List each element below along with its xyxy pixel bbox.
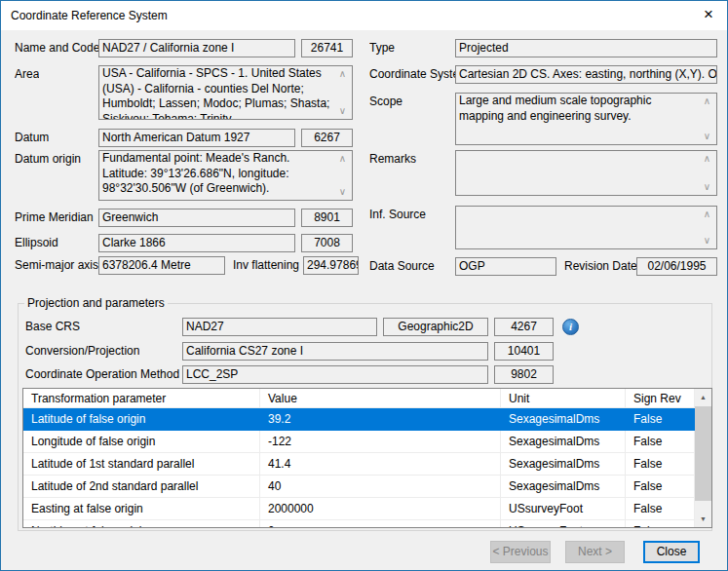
table-cell-parameter: Longitude of false origin — [23, 431, 260, 453]
geographic2d-button[interactable]: Geographic2D — [383, 318, 488, 336]
table-header-row: Transformation parameter Value Unit Sign… — [23, 389, 711, 408]
table-cell-value: 40 — [260, 476, 501, 498]
conversion-label: Conversion/Projection — [25, 342, 139, 361]
table-scrollbar[interactable]: ▲ ▼ — [695, 389, 711, 527]
semi-major-axis-label: Semi-major axis — [15, 256, 98, 275]
table-row[interactable]: Latitude of false origin39.2SexagesimalD… — [23, 408, 711, 431]
datum-label: Datum — [15, 129, 49, 147]
info-icon[interactable]: i — [562, 319, 579, 335]
scroll-down-icon[interactable]: ∨ — [700, 131, 714, 142]
scope-textarea[interactable]: Large and medium scale topographic mappi… — [455, 93, 717, 145]
scrollbar-up-icon[interactable]: ▲ — [695, 389, 711, 405]
table-cell-sign_rev: False — [626, 520, 695, 528]
table-cell-value: -122 — [260, 431, 501, 453]
window-title: Coordinate Reference System — [11, 1, 168, 30]
table-header-value[interactable]: Value — [260, 389, 501, 408]
table-body: Latitude of false origin39.2SexagesimalD… — [23, 408, 711, 528]
remarks-textarea[interactable]: ∧ ∨ — [455, 150, 717, 196]
scroll-up-icon[interactable]: ∧ — [700, 95, 714, 107]
table-row[interactable]: Longitude of false origin-122Sexagesimal… — [23, 431, 711, 453]
type-label: Type — [369, 39, 395, 57]
table-row[interactable]: Easting at false origin2000000USsurveyFo… — [23, 498, 711, 520]
table-cell-unit: SexagesimalDms — [501, 408, 626, 431]
table-header-sign-rev[interactable]: Sign Rev — [626, 389, 695, 408]
table-cell-parameter: Latitude of 1st standard parallel — [23, 453, 260, 476]
datum-origin-text: Fundamental point: Meade's Ranch. Latitu… — [102, 151, 289, 195]
table-cell-unit: SexagesimalDms — [501, 476, 626, 498]
revision-date-label: Revision Date — [564, 257, 637, 276]
close-button[interactable]: Close — [643, 541, 700, 563]
method-code-field[interactable]: 9802 — [494, 365, 554, 384]
revision-date-field[interactable]: 02/06/1995 — [636, 257, 717, 276]
table-cell-unit: SexagesimalDms — [501, 453, 626, 476]
conversion-field[interactable]: California CS27 zone I — [182, 342, 488, 361]
projection-group-label: Projection and parameters — [24, 296, 168, 310]
semi-major-axis-field[interactable]: 6378206.4 Metre — [98, 256, 225, 275]
table-cell-parameter: Northing at false origin — [23, 520, 260, 528]
previous-button[interactable]: < Previous — [490, 541, 551, 563]
parameters-table: Transformation parameter Value Unit Sign… — [22, 388, 712, 528]
table-header-unit[interactable]: Unit — [501, 389, 626, 408]
area-text: USA - California - SPCS - 1. United Stat… — [102, 66, 329, 120]
datum-origin-label: Datum origin — [15, 150, 81, 169]
table-row[interactable]: Latitude of 1st standard parallel41.4Sex… — [23, 453, 711, 476]
ellipsoid-label: Ellipsoid — [15, 234, 58, 252]
prime-meridian-code-field[interactable]: 8901 — [301, 209, 353, 227]
crs-dialog: Coordinate Reference System × Name and C… — [0, 0, 728, 571]
table-cell-unit: SexagesimalDms — [501, 431, 626, 453]
inv-flattening-label: Inv flattening — [233, 256, 299, 275]
table-header-parameter[interactable]: Transformation parameter — [23, 389, 260, 408]
scroll-down-icon[interactable]: ∨ — [700, 181, 714, 193]
table-cell-parameter: Latitude of 2nd standard parallel — [23, 476, 260, 498]
table-cell-parameter: Easting at false origin — [23, 498, 260, 520]
table-cell-sign_rev: False — [626, 498, 695, 520]
scroll-down-icon[interactable]: ∨ — [700, 235, 714, 247]
area-label: Area — [15, 65, 39, 84]
scope-text: Large and medium scale topographic mappi… — [459, 94, 651, 123]
table-cell-sign_rev: False — [626, 408, 695, 431]
inf-source-textarea[interactable]: ∧ ∨ — [455, 206, 717, 249]
scroll-down-icon[interactable]: ∨ — [335, 105, 350, 117]
datum-origin-textarea[interactable]: Fundamental point: Meade's Ranch. Latitu… — [98, 150, 353, 201]
data-source-label: Data Source — [369, 257, 435, 276]
name-and-code-label: Name and Code — [15, 39, 99, 57]
table-cell-value: 41.4 — [260, 453, 501, 476]
type-field[interactable]: Projected — [455, 39, 717, 57]
table-cell-unit: USsurveyFoot — [501, 520, 626, 528]
base-crs-field[interactable]: NAD27 — [182, 318, 377, 336]
table-row[interactable]: Latitude of 2nd standard parallel40Sexag… — [23, 476, 711, 498]
table-cell-sign_rev: False — [626, 453, 695, 476]
inv-flattening-field[interactable]: 294.978698 — [303, 256, 359, 275]
prime-meridian-field[interactable]: Greenwich — [98, 209, 295, 227]
scrollbar-down-icon[interactable]: ▼ — [695, 511, 711, 527]
scroll-up-icon[interactable]: ∧ — [700, 153, 714, 165]
scroll-up-icon[interactable]: ∧ — [335, 153, 350, 165]
scrollbar-thumb[interactable] — [695, 406, 711, 501]
base-crs-code-field[interactable]: 4267 — [494, 318, 554, 336]
scroll-up-icon[interactable]: ∧ — [335, 68, 350, 80]
scroll-down-icon[interactable]: ∨ — [335, 186, 350, 198]
table-cell-value: 39.2 — [260, 408, 501, 431]
next-button[interactable]: Next > — [565, 541, 625, 563]
titlebar: Coordinate Reference System × — [1, 1, 727, 30]
area-textarea[interactable]: USA - California - SPCS - 1. United Stat… — [98, 65, 353, 120]
ellipsoid-code-field[interactable]: 7008 — [301, 234, 353, 252]
table-cell-unit: USsurveyFoot — [501, 498, 626, 520]
conversion-code-field[interactable]: 10401 — [494, 342, 554, 361]
scope-label: Scope — [369, 93, 402, 111]
coordinate-system-field[interactable]: Cartesian 2D CS. Axes: easting, northing… — [455, 65, 717, 84]
method-label: Coordinate Operation Method — [25, 365, 179, 384]
ellipsoid-field[interactable]: Clarke 1866 — [98, 234, 295, 252]
name-field[interactable]: NAD27 / California zone I — [98, 39, 295, 57]
method-field[interactable]: LCC_2SP — [182, 365, 488, 384]
close-icon[interactable]: × — [692, 1, 725, 30]
table-row[interactable]: Northing at false origin0USsurveyFootFal… — [23, 520, 711, 528]
scroll-up-icon[interactable]: ∧ — [700, 209, 714, 220]
name-code-field[interactable]: 26741 — [301, 39, 353, 57]
data-source-field[interactable]: OGP — [455, 257, 556, 276]
coordinate-system-label: Coordinate System — [369, 65, 455, 84]
datum-code-field[interactable]: 6267 — [301, 129, 353, 147]
datum-field[interactable]: North American Datum 1927 — [98, 129, 295, 147]
inf-source-label: Inf. Source — [369, 206, 426, 224]
prime-meridian-label: Prime Meridian — [15, 209, 94, 227]
